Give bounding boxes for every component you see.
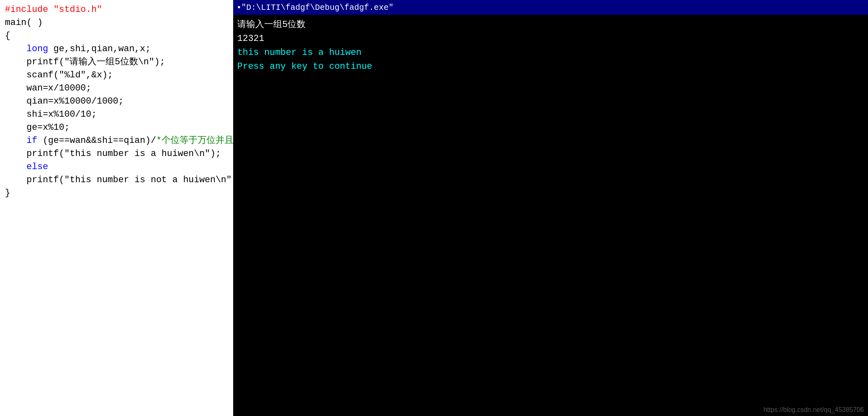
code-line: printf("this number is not a huiwen\n"); bbox=[5, 174, 228, 187]
code-line: shi=x%100/10; bbox=[5, 108, 228, 121]
code-line: else bbox=[5, 161, 228, 174]
code-line: main( ) bbox=[5, 16, 228, 29]
code-editor: #include "stdio.h"main( ){ long ge,shi,q… bbox=[0, 0, 233, 416]
code-line: #include "stdio.h" bbox=[5, 3, 228, 16]
code-line: { bbox=[5, 29, 228, 43]
terminal-line: 12321 bbox=[237, 32, 864, 46]
terminal-line: Press any key to continue bbox=[237, 60, 864, 74]
code-line: wan=x/10000; bbox=[5, 82, 228, 95]
watermark: https://blog.csdn.net/qq_45385706 bbox=[763, 406, 864, 414]
code-line: ge=x%10; bbox=[5, 121, 228, 134]
terminal-content: 请输入一组5位数12321this number is a huiwenPres… bbox=[233, 15, 868, 416]
terminal-line: 请输入一组5位数 bbox=[237, 18, 864, 32]
terminal-window: ▪ "D:\LITI\fadgf\Debug\fadgf.exe" 请输入一组5… bbox=[233, 0, 868, 416]
code-line: printf("this number is a huiwen\n"); bbox=[5, 147, 228, 161]
terminal-titlebar: ▪ "D:\LITI\fadgf\Debug\fadgf.exe" bbox=[233, 0, 868, 15]
terminal-line: this number is a huiwen bbox=[237, 46, 864, 60]
code-line: } bbox=[5, 187, 228, 200]
code-line: scanf("%ld",&x); bbox=[5, 69, 228, 82]
terminal-icon: ▪ bbox=[236, 3, 241, 12]
code-line: if (ge==wan&&shi==qian)/*个位等于万位并且- bbox=[5, 134, 228, 147]
code-line: printf("请输入一组5位数\n"); bbox=[5, 56, 228, 69]
terminal-title: "D:\LITI\fadgf\Debug\fadgf.exe" bbox=[241, 3, 394, 12]
code-line: long ge,shi,qian,wan,x; bbox=[5, 43, 228, 56]
code-line: qian=x%10000/1000; bbox=[5, 95, 228, 108]
